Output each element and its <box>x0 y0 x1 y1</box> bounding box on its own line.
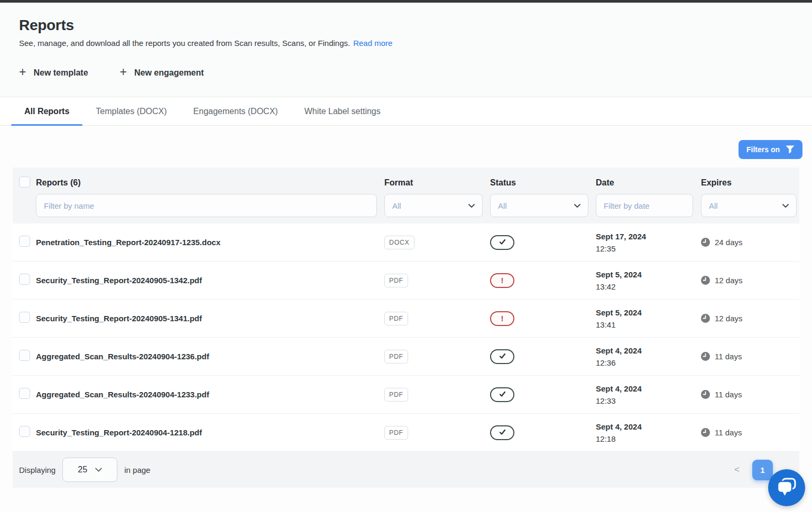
new-template-button[interactable]: + New template <box>19 67 88 78</box>
page-description: See, manage, and download all the report… <box>19 39 793 48</box>
status-icon <box>490 425 514 440</box>
clock-icon <box>701 276 710 285</box>
chevron-down-icon <box>468 204 475 208</box>
reports-table: Reports (6) Format Status Date Expires A… <box>13 167 799 488</box>
report-time: 12:33 <box>596 395 701 407</box>
expires-cell: 12 days <box>701 314 799 323</box>
report-date: Sept 17, 2024 <box>596 230 701 243</box>
clock-icon <box>701 314 710 323</box>
format-badge: DOCX <box>384 236 414 249</box>
status-filter-select[interactable]: All <box>490 194 588 217</box>
row-checkbox[interactable] <box>19 312 30 323</box>
row-checkbox[interactable] <box>19 426 30 437</box>
clock-icon <box>701 238 710 247</box>
table-row: Penetration_Testing_Report-20240917-1235… <box>13 224 799 262</box>
report-name[interactable]: Aggregated_Scan_Results-20240904-1236.pd… <box>36 352 209 361</box>
report-name[interactable]: Security_Testing_Report-20240905-1341.pd… <box>36 314 202 323</box>
tab-templates-docx[interactable]: Templates (DOCX) <box>82 97 180 125</box>
column-header-status: Status <box>490 178 516 187</box>
plus-icon: + <box>120 66 127 78</box>
format-badge: PDF <box>384 312 408 325</box>
page-1-button[interactable]: 1 <box>752 460 773 480</box>
expires-text: 11 days <box>715 352 742 361</box>
main-content: Filters on Reports (6) Format Status Dat… <box>0 126 812 488</box>
report-name[interactable]: Security_Testing_Report-20240905-1342.pd… <box>36 276 202 285</box>
expires-cell: 24 days <box>701 238 799 247</box>
report-name[interactable]: Aggregated_Scan_Results-20240904-1233.pd… <box>36 390 209 399</box>
chat-bubbles-icon <box>776 478 797 498</box>
column-header-expires: Expires <box>701 178 732 187</box>
expires-filter-select[interactable]: All <box>701 194 797 217</box>
clock-icon <box>701 428 710 437</box>
clock-icon <box>701 390 710 399</box>
format-badge: PDF <box>384 426 408 440</box>
table-title: Reports (6) <box>36 178 80 187</box>
status-icon <box>490 349 514 364</box>
expires-cell: 12 days <box>701 276 799 285</box>
report-date: Sept 4, 2024 <box>596 345 701 357</box>
expires-cell: 11 days <box>701 428 799 437</box>
filter-by-date-input[interactable] <box>596 194 693 217</box>
new-engagement-button[interactable]: + New engagement <box>120 67 204 78</box>
table-footer: Displaying 25 in page < 1 <box>13 452 799 488</box>
table-row: Aggregated_Scan_Results-20240904-1236.pd… <box>13 338 799 376</box>
displaying-label: Displaying <box>19 466 56 474</box>
report-name[interactable]: Security_Testing_Report-20240904-1218.pd… <box>36 428 202 437</box>
chevron-down-icon <box>574 204 580 208</box>
chevron-down-icon <box>95 468 102 472</box>
format-badge: PDF <box>384 350 408 364</box>
row-checkbox[interactable] <box>19 350 30 361</box>
expires-text: 12 days <box>715 276 743 285</box>
page-title: Reports <box>19 17 793 34</box>
previous-page-button[interactable]: < <box>734 464 740 475</box>
filter-funnel-icon <box>786 145 795 154</box>
report-time: 13:42 <box>596 281 701 293</box>
column-header-date: Date <box>596 178 614 187</box>
page-size-select[interactable]: 25 <box>62 458 117 482</box>
pagination-controls: < 1 <box>734 460 773 480</box>
format-filter-select[interactable]: All <box>384 194 483 217</box>
report-name[interactable]: Penetration_Testing_Report-20240917-1235… <box>36 238 220 247</box>
table-row: Security_Testing_Report-20240904-1218.pd… <box>13 414 799 452</box>
table-header-labels: Reports (6) Format Status Date Expires <box>13 167 799 194</box>
report-date: Sept 4, 2024 <box>596 383 701 395</box>
tab-white-label-settings[interactable]: White Label settings <box>291 97 394 125</box>
plus-icon: + <box>19 66 26 78</box>
status-icon <box>490 387 514 402</box>
table-row: Aggregated_Scan_Results-20240904-1233.pd… <box>13 376 799 414</box>
format-badge: PDF <box>384 388 408 402</box>
tab-engagements-docx[interactable]: Engagements (DOCX) <box>180 97 291 125</box>
select-all-checkbox[interactable] <box>19 176 30 188</box>
page-header: Reports See, manage, and download all th… <box>0 3 812 97</box>
table-header: Reports (6) Format Status Date Expires A… <box>13 167 799 224</box>
report-date: Sept 4, 2024 <box>596 421 701 433</box>
expires-text: 12 days <box>715 314 743 323</box>
expires-cell: 11 days <box>701 352 799 361</box>
report-time: 13:41 <box>596 319 701 331</box>
status-icon: ! <box>490 273 514 288</box>
clock-icon <box>701 352 710 361</box>
report-date: Sept 5, 2024 <box>596 306 701 319</box>
expires-text: 24 days <box>715 238 743 247</box>
report-time: 12:36 <box>596 357 701 369</box>
report-time: 12:35 <box>596 243 701 255</box>
status-icon <box>490 235 514 250</box>
expires-cell: 11 days <box>701 390 799 399</box>
chevron-down-icon <box>782 204 789 208</box>
status-icon: ! <box>490 311 514 326</box>
row-checkbox[interactable] <box>19 274 30 285</box>
header-actions: + New template + New engagement <box>19 67 793 78</box>
tab-all-reports[interactable]: All Reports <box>11 97 82 125</box>
chat-launcher-button[interactable] <box>768 469 805 506</box>
report-time: 12:18 <box>596 433 701 445</box>
expires-text: 11 days <box>715 390 742 399</box>
row-checkbox[interactable] <box>19 388 30 399</box>
expires-text: 11 days <box>715 428 742 437</box>
table-row: Security_Testing_Report-20240905-1342.pd… <box>13 262 799 300</box>
row-checkbox[interactable] <box>19 236 30 247</box>
table-filter-row: All All All <box>13 194 799 224</box>
filter-by-name-input[interactable] <box>36 194 377 217</box>
filters-on-button[interactable]: Filters on <box>739 140 802 159</box>
read-more-link[interactable]: Read more <box>353 39 392 48</box>
column-header-format: Format <box>384 178 413 187</box>
